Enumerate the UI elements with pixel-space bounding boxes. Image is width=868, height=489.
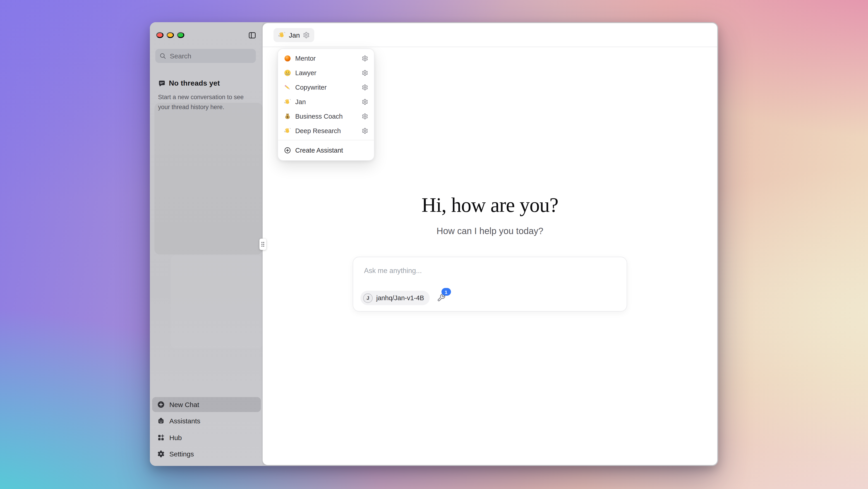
sidebar-item-assistants[interactable]: Assistants: [152, 414, 261, 428]
waving-hand-emoji: [278, 31, 286, 39]
gear-icon: [303, 32, 310, 38]
assistant-name: Jan: [289, 31, 300, 39]
zoom-window-button[interactable]: [177, 32, 184, 38]
minimize-window-button[interactable]: [167, 32, 174, 38]
model-selector-button[interactable]: J janhq/Jan-v1-4B: [361, 291, 430, 305]
bot-icon: [157, 417, 165, 425]
desktop-background: No threads yet Start a new conversation …: [0, 0, 868, 489]
menu-item-business-coach[interactable]: $ Business Coach: [278, 109, 374, 124]
search-icon: [159, 53, 166, 59]
sidebar-item-settings[interactable]: Settings: [152, 447, 261, 461]
sidebar-item-new-chat[interactable]: New Chat: [152, 397, 261, 412]
money-bag-emoji: $: [284, 113, 291, 120]
menu-item-label: Lawyer: [295, 69, 362, 77]
composer-toolbar: J janhq/Jan-v1-4B 1: [361, 291, 446, 305]
threads-empty-state: No threads yet: [158, 79, 220, 87]
empty-state-description: Start a new conversation to see your thr…: [158, 92, 255, 112]
gear-icon[interactable]: [362, 84, 368, 91]
empty-state-title: No threads yet: [169, 79, 220, 87]
gear-icon[interactable]: [362, 55, 368, 62]
menu-item-deep-research[interactable]: Deep Research: [278, 124, 374, 138]
sidebar-item-label: New Chat: [169, 400, 199, 408]
menu-item-mentor[interactable]: Mentor: [278, 51, 374, 66]
circle-plus-icon: [284, 147, 291, 154]
gear-icon[interactable]: [362, 70, 368, 76]
create-assistant-label: Create Assistant: [295, 147, 368, 154]
model-avatar: J: [363, 293, 373, 303]
waving-hand-emoji: [284, 127, 291, 134]
svg-text:$: $: [287, 116, 288, 119]
sidebar-item-label: Settings: [169, 450, 194, 458]
gear-icon[interactable]: [362, 128, 368, 134]
menu-item-jan[interactable]: Jan: [278, 95, 374, 109]
close-window-button[interactable]: [156, 32, 163, 38]
menu-divider: [278, 140, 374, 140]
gear-icon[interactable]: [362, 113, 368, 120]
sidebar-blur-ghost: [154, 103, 262, 254]
menu-item-label: Jan: [295, 98, 362, 105]
message-square-icon: [158, 80, 166, 87]
waving-hand-emoji: [284, 98, 291, 105]
sidebar-item-label: Hub: [169, 433, 182, 441]
orange-circle-emoji: [284, 55, 291, 62]
menu-item-lawyer[interactable]: Lawyer: [278, 66, 374, 80]
main-panel-frame: Jan Mentor Lawyer: [262, 22, 718, 466]
sidebar: No threads yet Start a new conversation …: [150, 22, 262, 466]
sidebar-item-label: Assistants: [169, 417, 200, 425]
sidebar-resize-handle[interactable]: [259, 239, 266, 250]
gear-icon[interactable]: [362, 99, 368, 105]
sidebar-blur-ghost: [171, 255, 262, 348]
sidebar-nav: New Chat Assistants Hub Settings: [152, 397, 261, 461]
menu-item-copywriter[interactable]: Copywriter: [278, 80, 374, 95]
app-window: No threads yet Start a new conversation …: [150, 22, 718, 466]
assistant-selector-button[interactable]: Jan: [274, 28, 314, 42]
sidebar-toggle-button[interactable]: [246, 29, 258, 42]
gear-icon: [157, 450, 165, 458]
grip-dots-icon: [260, 241, 265, 248]
hero-title: Hi, how are you?: [262, 191, 717, 219]
menu-item-label: Mentor: [295, 55, 362, 62]
sidebar-item-hub[interactable]: Hub: [152, 430, 261, 445]
topbar-divider: [262, 47, 717, 47]
search-input[interactable]: [169, 52, 252, 60]
assistants-menu: Mentor Lawyer Copywriter: [278, 49, 374, 161]
tools-count-badge: 1: [441, 288, 451, 296]
circle-plus-filled-icon: [157, 400, 165, 408]
panel-left-icon: [248, 31, 256, 39]
hub-squares-icon: [157, 433, 165, 441]
search-field[interactable]: [155, 49, 256, 63]
model-name: janhq/Jan-v1-4B: [376, 294, 424, 302]
menu-item-label: Deep Research: [295, 127, 362, 134]
chat-composer: J janhq/Jan-v1-4B 1: [353, 257, 627, 311]
chat-input[interactable]: [363, 266, 617, 275]
menu-item-label: Copywriter: [295, 84, 362, 91]
hero-subtitle: How can I help you today?: [262, 224, 717, 238]
main-panel: Jan Mentor Lawyer: [262, 23, 717, 465]
menu-item-label: Business Coach: [295, 113, 362, 120]
window-controls: [156, 32, 184, 38]
zipper-mouth-emoji: [284, 69, 291, 77]
tools-button[interactable]: 1: [437, 294, 446, 302]
pencil-emoji: [284, 84, 291, 91]
create-assistant-button[interactable]: Create Assistant: [278, 142, 374, 158]
